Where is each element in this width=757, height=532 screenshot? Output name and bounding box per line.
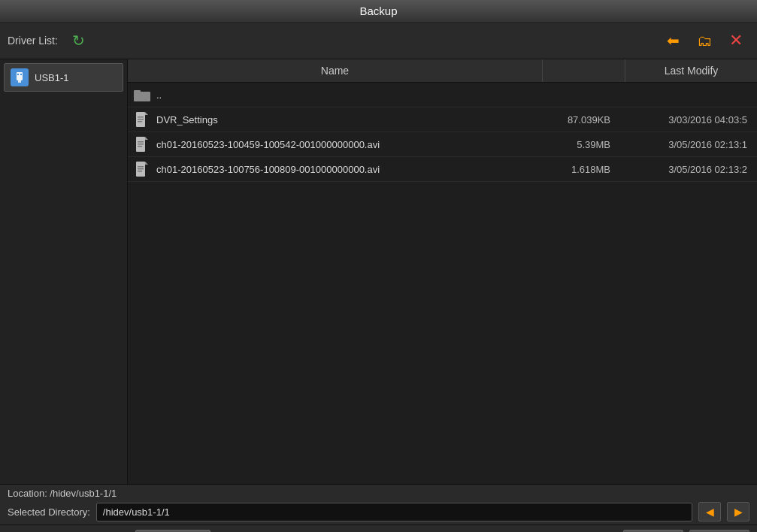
- svg-rect-9: [138, 119, 144, 120]
- location-row: Location: /hidev/usb1-1/1: [8, 488, 749, 499]
- file-size-cell: 5.39MB: [537, 139, 619, 150]
- file-icon: [134, 161, 150, 177]
- file-date-cell: 3/05/2016 02:13:2: [619, 164, 751, 175]
- svg-rect-18: [138, 166, 144, 168]
- table-row[interactable]: ch01-20160523-100459-100542-001000000000…: [128, 132, 757, 157]
- file-name-cell: DVR_Settings: [156, 114, 537, 125]
- svg-rect-3: [20, 74, 22, 75]
- sidebar: USB1-1: [0, 59, 128, 484]
- toolbar: Driver List: ↻ ⬅ 🗂 ✕: [0, 23, 757, 59]
- file-date-cell: 3/05/2016 02:13:1: [619, 139, 751, 150]
- table-row[interactable]: ..: [128, 83, 757, 107]
- file-name-cell: ch01-20160523-100459-100542-001000000000…: [156, 139, 537, 150]
- svg-rect-10: [138, 121, 142, 122]
- close-button[interactable]: ✕: [722, 27, 749, 54]
- close-icon: ✕: [729, 31, 743, 50]
- file-list: .. DVR_Settings 87.039KB 3/03/2: [128, 83, 757, 484]
- svg-marker-7: [145, 112, 148, 115]
- svg-rect-2: [17, 74, 19, 75]
- back-icon: ⬅: [667, 32, 680, 50]
- prev-nav-icon: ◀: [706, 506, 714, 518]
- toolbar-right-actions: ⬅ 🗂 ✕: [659, 27, 749, 54]
- svg-marker-12: [145, 137, 148, 140]
- svg-rect-0: [17, 72, 23, 80]
- usb-icon: [11, 68, 29, 86]
- new-folder-button[interactable]: 🗂: [691, 27, 718, 54]
- new-folder-icon: 🗂: [697, 32, 712, 50]
- svg-rect-8: [138, 116, 144, 118]
- svg-rect-1: [18, 80, 21, 83]
- next-nav-button[interactable]: ▶: [727, 502, 749, 521]
- next-nav-icon: ▶: [734, 506, 743, 518]
- table-row[interactable]: DVR_Settings 87.039KB 3/03/2016 04:03:5: [128, 107, 757, 132]
- svg-rect-5: [134, 90, 141, 94]
- svg-rect-15: [138, 146, 142, 147]
- back-button[interactable]: ⬅: [659, 27, 686, 54]
- driver-list-label: Driver List:: [8, 35, 58, 47]
- svg-rect-13: [138, 141, 144, 143]
- file-size-cell: 87.039KB: [537, 114, 619, 125]
- prev-nav-button[interactable]: ◀: [698, 502, 721, 521]
- col-name-header: Name: [128, 59, 543, 82]
- file-date-cell: 3/03/2016 04:03:5: [619, 114, 751, 125]
- file-icon: [134, 111, 150, 128]
- svg-rect-14: [138, 144, 144, 145]
- svg-rect-19: [138, 168, 144, 170]
- main-area: USB1-1 Name Last Modify ..: [0, 59, 757, 484]
- selected-dir-label: Selected Directory:: [8, 506, 90, 518]
- folder-icon: [134, 86, 150, 103]
- file-name-cell: ..: [156, 89, 537, 101]
- svg-rect-20: [138, 171, 142, 172]
- file-icon: [134, 136, 150, 153]
- file-area: Name Last Modify ..: [128, 59, 757, 484]
- selected-dir-input[interactable]: [96, 503, 692, 521]
- col-size-header: [543, 59, 625, 82]
- svg-marker-17: [145, 162, 148, 165]
- table-row[interactable]: ch01-20160523-100756-100809-001000000000…: [128, 157, 757, 182]
- footer-bar: Remain:/Total: 1.668GB/3.726GB Format Re…: [0, 524, 757, 532]
- location-label: Location: /hidev/usb1-1/1: [8, 488, 117, 499]
- col-date-header: Last Modify: [625, 59, 757, 82]
- title-bar: Backup: [0, 0, 757, 23]
- file-name-cell: ch01-20160523-100756-100809-001000000000…: [156, 164, 537, 175]
- directory-row: Selected Directory: ◀ ▶: [8, 502, 749, 521]
- refresh-icon: ↻: [72, 32, 85, 50]
- usb-label: USB1-1: [35, 72, 69, 83]
- file-table-header: Name Last Modify: [128, 59, 757, 83]
- bottom-bar: Location: /hidev/usb1-1/1 Selected Direc…: [0, 484, 757, 524]
- file-size-cell: 1.618MB: [537, 164, 619, 175]
- sidebar-item-usb1[interactable]: USB1-1: [4, 63, 123, 92]
- window-title: Backup: [359, 5, 397, 17]
- refresh-button[interactable]: ↻: [65, 27, 92, 54]
